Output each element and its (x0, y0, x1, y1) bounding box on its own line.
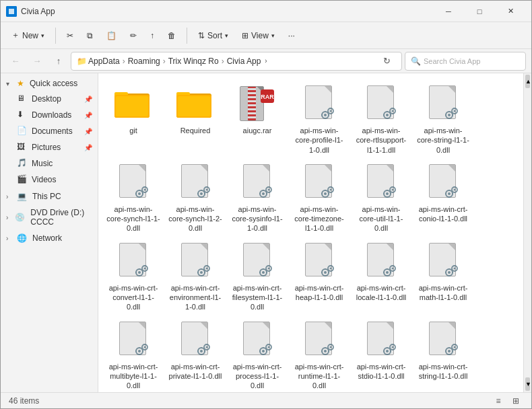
file-item[interactable]: api-ms-win-crt-environment-l1-1-0.dll (166, 239, 225, 315)
file-item[interactable]: api-ms-win-crt-private-l1-1-0.dll (166, 318, 225, 392)
file-item[interactable]: api-ms-win-core-profile-l1-1-0.dll (290, 81, 349, 157)
breadcrumb-appdata[interactable]: AppData (88, 57, 120, 66)
dll-icon (240, 243, 274, 281)
breadcrumb-expand-icon[interactable]: › (265, 57, 267, 65)
svg-point-30 (454, 110, 456, 112)
file-item[interactable]: api-ms-win-crt-convert-l1-1-0.dll (104, 239, 163, 315)
breadcrumb-roaming[interactable]: Roaming (128, 57, 160, 66)
scrollbar[interactable]: ▲ ▼ (523, 73, 531, 392)
breadcrumb[interactable]: 📁 AppData › Roaming › Trix Winqz Ro › Ci… (71, 52, 402, 71)
cut-icon: ✂ (67, 31, 73, 40)
file-item[interactable]: api-ms-win-core-rtlsupport-l1-1-1.dll (352, 81, 411, 157)
file-item[interactable]: RAR aiugc.rar (228, 81, 287, 157)
file-item[interactable]: api-ms-win-core-synch-l1-2-0.dll (166, 160, 225, 236)
paste-icon: 📋 (106, 31, 117, 40)
sidebar-item-music[interactable]: 🎵 Music (1, 155, 98, 172)
copy-button[interactable]: ⧉ (81, 28, 98, 43)
title-bar: Civia App ─ □ ✕ (1, 1, 531, 22)
network-label: Network (32, 233, 62, 243)
file-item[interactable]: api-ms-win-crt-runtime-l1-1-0.dll (290, 318, 349, 392)
file-item[interactable]: Required (166, 81, 225, 157)
file-item[interactable]: api-ms-win-crt-string-l1-1-0.dll (413, 318, 473, 392)
dll-icon (364, 322, 398, 359)
network-icon: 🌐 (17, 233, 27, 243)
file-item[interactable]: api-ms-win-core-synch-l1-1-0.dll (104, 160, 163, 236)
gear-icon (319, 340, 336, 358)
file-item[interactable]: api-ms-win-core-util-l1-1-0.dll (352, 160, 411, 236)
sidebar-item-videos[interactable]: 🎬 Videos (1, 172, 98, 188)
file-name: api-ms-win-core-profile-l1-1-0.dll (292, 126, 346, 155)
item-count: 46 items (9, 396, 39, 406)
sidebar-item-documents[interactable]: 📄 Documents 📌 (1, 123, 98, 139)
dll-icon (364, 85, 398, 123)
breadcrumb-civia[interactable]: Civia App (227, 57, 261, 66)
file-item[interactable]: api-ms-win-crt-multibyte-l1-1-0.dll (104, 318, 163, 392)
view-button[interactable]: ⊞ View ▾ (236, 28, 280, 43)
file-item[interactable]: api-ms-win-crt-filesystem-l1-1-0.dll (228, 239, 287, 315)
list-view-button[interactable]: ≡ (491, 394, 506, 408)
refresh-button[interactable]: ↻ (377, 52, 396, 71)
more-icon: ··· (288, 31, 295, 40)
gear-icon (257, 262, 274, 279)
file-item[interactable]: api-ms-win-core-sysinfo-l1-1-0.dll (228, 160, 287, 236)
svg-point-94 (206, 267, 208, 269)
dll-icon (117, 243, 150, 281)
close-button[interactable]: ✕ (495, 1, 526, 22)
grid-view-button[interactable]: ⊞ (508, 394, 523, 408)
file-item[interactable]: api-ms-win-crt-stdio-l1-1-0.dll (352, 318, 411, 392)
search-box[interactable]: 🔍 Search Civia App (405, 52, 526, 71)
dvd-header[interactable]: › 💿 DVD Drive (D:) CCCC (1, 205, 98, 229)
file-item[interactable]: git (104, 81, 163, 157)
file-name: api-ms-win-crt-runtime-l1-1-0.dll (292, 362, 346, 391)
quick-access-star-icon: ★ (17, 79, 24, 88)
file-name: api-ms-win-crt-process-l1-1-0.dll (230, 362, 284, 391)
scroll-track (524, 89, 531, 376)
file-item[interactable]: api-ms-win-crt-heap-l1-1-0.dll (290, 239, 349, 315)
scroll-down-button[interactable]: ▼ (525, 377, 530, 391)
file-item[interactable]: api-ms-win-crt-math-l1-1-0.dll (413, 239, 473, 315)
dll-icon (302, 164, 336, 202)
back-button[interactable]: ← (6, 52, 25, 71)
sidebar-item-downloads[interactable]: ⬇ Downloads 📌 (1, 107, 98, 123)
network-header[interactable]: › 🌐 Network (1, 231, 98, 246)
file-item[interactable]: api-ms-win-core-string-l1-1-0.dll (413, 81, 473, 157)
svg-point-68 (386, 192, 389, 195)
dll-icon (426, 322, 460, 359)
file-item[interactable]: api-ms-win-crt-locale-l1-1-0.dll (352, 239, 411, 315)
minimize-button[interactable]: ─ (433, 1, 464, 22)
file-name: api-ms-win-core-util-l1-1-0.dll (354, 204, 408, 233)
new-button[interactable]: ＋ New ▾ (6, 27, 50, 44)
file-name: api-ms-win-core-sysinfo-l1-1-0.dll (230, 204, 284, 233)
maximize-button[interactable]: □ (464, 1, 495, 22)
paste-button[interactable]: 📋 (101, 28, 122, 43)
file-icon-wrapper (175, 241, 215, 282)
file-icon-wrapper (299, 84, 339, 124)
svg-point-14 (330, 110, 332, 112)
gear-icon (442, 183, 460, 200)
more-button[interactable]: ··· (283, 28, 300, 43)
file-item[interactable]: api-ms-win-crt-process-l1-1-0.dll (228, 318, 287, 392)
share-button[interactable]: ↑ (145, 28, 160, 43)
cut-button[interactable]: ✂ (61, 28, 79, 43)
sort-button[interactable]: ⇅ Sort ▾ (193, 28, 234, 43)
file-icon-wrapper (299, 163, 339, 203)
file-icon-wrapper (175, 84, 215, 124)
thispc-header[interactable]: › 💻 This PC (1, 189, 98, 204)
quick-access-header[interactable]: ▾ ★ Quick access (1, 76, 98, 91)
sidebar-item-pictures[interactable]: 🖼 Pictures 📌 (1, 139, 98, 155)
file-item[interactable]: api-ms-win-crt-conio-l1-1-0.dll (413, 160, 473, 236)
svg-point-38 (144, 188, 146, 190)
sidebar-item-desktop[interactable]: 🖥 Desktop 📌 (1, 91, 98, 107)
forward-button[interactable]: → (28, 52, 46, 71)
network-chevron-icon: › (6, 235, 14, 242)
scroll-up-button[interactable]: ▲ (525, 75, 530, 88)
svg-point-150 (268, 346, 270, 348)
delete-button[interactable]: 🗑 (162, 28, 181, 43)
file-item[interactable]: api-ms-win-core-timezone-l1-1-0.dll (290, 160, 349, 236)
rename-button[interactable]: ✏ (125, 28, 142, 43)
svg-point-62 (330, 188, 332, 190)
breadcrumb-trix[interactable]: Trix Winqz Ro (168, 57, 219, 66)
up-button[interactable]: ↑ (49, 52, 68, 71)
file-icon-wrapper (113, 163, 154, 203)
file-name: api-ms-win-crt-math-l1-1-0.dll (416, 283, 470, 303)
